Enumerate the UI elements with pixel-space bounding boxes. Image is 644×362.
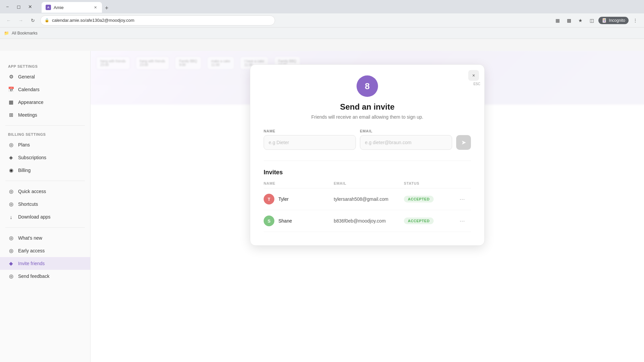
billing-icon: ◉ bbox=[8, 167, 14, 173]
sidebar-item-early-access[interactable]: ◎ Early access bbox=[0, 244, 90, 257]
address-bar[interactable]: 🔒 calendar.amie.so/afe130a2@moodjoy.com bbox=[40, 15, 275, 25]
bookmark-icon[interactable]: ★ bbox=[576, 16, 585, 25]
sidebar-item-invite-friends-label: Invite friends bbox=[18, 261, 45, 266]
actions-cell-shane: ⋯ bbox=[458, 216, 471, 226]
shortcuts-icon: ◎ bbox=[8, 201, 14, 207]
user-name-shane: Shane bbox=[278, 218, 292, 224]
sidebar-item-billing-label: Billing bbox=[18, 168, 31, 173]
sidebar-item-download-apps[interactable]: ↓ Download apps bbox=[0, 210, 90, 223]
sidebar-item-appearance[interactable]: ▦ Appearance bbox=[0, 96, 90, 109]
tab-favicon: A bbox=[46, 5, 51, 10]
status-cell-tyler: ACCEPTED bbox=[404, 196, 458, 202]
nav-bar: ← → ↻ 🔒 calendar.amie.so/afe130a2@moodjo… bbox=[0, 13, 644, 27]
sidebar-item-plans[interactable]: ◎ Plans bbox=[0, 138, 90, 151]
reload-button[interactable]: ↻ bbox=[28, 16, 38, 25]
bookmarks-bar: 📁 All Bookmarks bbox=[0, 27, 644, 39]
quick-access-icon: ◎ bbox=[8, 188, 14, 194]
sidebar-item-calendars-label: Calendars bbox=[18, 87, 40, 92]
invites-title: Invites bbox=[264, 169, 471, 176]
sidebar-item-whats-new-label: What's new bbox=[18, 235, 42, 241]
browser-tab-amie[interactable]: A Amie ✕ bbox=[42, 2, 102, 13]
tab-bar: A Amie ✕ + bbox=[39, 1, 114, 13]
screenshot-icon[interactable]: ▦ bbox=[553, 16, 562, 25]
download-apps-icon: ↓ bbox=[8, 214, 14, 220]
table-row: T Tyler tylersarah508@gmail.com ACCEPTED… bbox=[264, 188, 471, 210]
send-invite-button[interactable]: ➤ bbox=[456, 135, 471, 150]
sidebar-item-billing[interactable]: ◉ Billing bbox=[0, 164, 90, 177]
email-form-group: EMAIL bbox=[360, 129, 452, 150]
sidebar-item-quick-access[interactable]: ◎ Quick access bbox=[0, 185, 90, 198]
sidebar-item-calendars[interactable]: 📅 Calendars bbox=[0, 83, 90, 96]
subscriptions-icon: ◈ bbox=[8, 155, 14, 161]
sidebar-divider-2 bbox=[5, 181, 85, 181]
sidebar: App Settings ⚙ General 📅 Calendars ▦ App… bbox=[0, 51, 91, 362]
restore-button[interactable]: ◻ bbox=[14, 2, 23, 11]
sidebar-toggle-icon[interactable]: ◫ bbox=[587, 16, 596, 25]
email-input[interactable] bbox=[360, 135, 452, 150]
calendars-icon: 📅 bbox=[8, 86, 14, 93]
tab-close-button[interactable]: ✕ bbox=[93, 5, 98, 10]
minimize-button[interactable]: − bbox=[3, 2, 12, 11]
browser-menu-button[interactable]: ⋮ bbox=[631, 16, 640, 25]
sidebar-item-meetings[interactable]: ⊞ Meetings bbox=[0, 109, 90, 121]
incognito-badge: 🃏 Incognito bbox=[598, 17, 629, 24]
meetings-icon: ⊞ bbox=[8, 112, 14, 118]
incognito-icon: 🃏 bbox=[602, 18, 607, 23]
sidebar-divider-1 bbox=[5, 125, 85, 126]
status-badge-shane: ACCEPTED bbox=[404, 218, 434, 224]
invite-badge-number: 8 bbox=[365, 81, 370, 92]
bookmarks-folder-icon: 📁 bbox=[4, 31, 9, 36]
sidebar-divider-3 bbox=[5, 227, 85, 228]
sidebar-item-subscriptions[interactable]: ◈ Subscriptions bbox=[0, 151, 90, 164]
new-tab-button[interactable]: + bbox=[102, 3, 111, 13]
user-email-tyler: tylersarah508@gmail.com bbox=[334, 196, 404, 202]
email-label: EMAIL bbox=[360, 129, 452, 133]
window-controls: − ◻ ✕ bbox=[3, 2, 35, 11]
browser-chrome: − ◻ ✕ A Amie ✕ + ← → ↻ 🔒 calendar.amie.s… bbox=[0, 0, 644, 39]
header-status: STATUS bbox=[404, 181, 458, 185]
main-content: hang with friends23:00 hang with friends… bbox=[91, 51, 644, 362]
invite-subtitle: Friends will receive an email allowing t… bbox=[264, 114, 471, 120]
user-email-shane: b836f0eb@moodjoy.com bbox=[334, 218, 404, 224]
sidebar-item-download-apps-label: Download apps bbox=[18, 214, 51, 220]
app-settings-label: App Settings bbox=[0, 62, 90, 70]
modal-overlay: × ESC 8 Send an invite Friends will rece… bbox=[91, 51, 644, 362]
camera-off-icon[interactable]: ▩ bbox=[564, 16, 574, 25]
invites-section: Invites NAME EMAIL STATUS T Tyler tyler bbox=[264, 161, 471, 232]
sidebar-item-early-access-label: Early access bbox=[18, 248, 45, 253]
invite-card: × ESC 8 Send an invite Friends will rece… bbox=[250, 64, 485, 246]
address-text: calendar.amie.so/afe130a2@moodjoy.com bbox=[52, 18, 135, 23]
tab-title: Amie bbox=[54, 5, 64, 10]
sidebar-item-meetings-label: Meetings bbox=[18, 112, 37, 118]
user-cell-tyler: T Tyler bbox=[264, 194, 334, 204]
back-button[interactable]: ← bbox=[4, 16, 13, 25]
nav-actions: ▦ ▩ ★ ◫ 🃏 Incognito ⋮ bbox=[553, 16, 640, 25]
user-cell-shane: S Shane bbox=[264, 216, 334, 226]
close-window-button[interactable]: ✕ bbox=[25, 2, 35, 11]
address-lock-icon: 🔒 bbox=[45, 18, 49, 22]
early-access-icon: ◎ bbox=[8, 248, 14, 254]
user-name-tyler: Tyler bbox=[278, 196, 288, 202]
bookmarks-label: All Bookmarks bbox=[12, 31, 38, 36]
sidebar-item-invite-friends[interactable]: ◆ Invite friends bbox=[0, 257, 90, 270]
more-button-tyler[interactable]: ⋯ bbox=[458, 194, 467, 204]
esc-label: ESC bbox=[473, 82, 480, 86]
sidebar-item-whats-new[interactable]: ◎ What's new bbox=[0, 232, 90, 244]
sidebar-item-send-feedback[interactable]: ◎ Send feedback bbox=[0, 270, 90, 283]
sidebar-item-subscriptions-label: Subscriptions bbox=[18, 155, 46, 160]
browser-titlebar: − ◻ ✕ A Amie ✕ + bbox=[0, 0, 644, 13]
forward-button[interactable]: → bbox=[16, 16, 25, 25]
plans-icon: ◎ bbox=[8, 142, 14, 148]
invite-title: Send an invite bbox=[264, 102, 471, 112]
table-row: S Shane b836f0eb@moodjoy.com ACCEPTED ⋯ bbox=[264, 210, 471, 232]
name-input[interactable] bbox=[264, 135, 356, 150]
more-button-shane[interactable]: ⋯ bbox=[458, 216, 467, 226]
sidebar-item-shortcuts[interactable]: ◎ Shortcuts bbox=[0, 198, 90, 210]
invite-friends-icon: ◆ bbox=[8, 260, 14, 266]
sidebar-item-general[interactable]: ⚙ General bbox=[0, 70, 90, 83]
modal-close-button[interactable]: × bbox=[468, 70, 479, 81]
sidebar-item-shortcuts-label: Shortcuts bbox=[18, 201, 38, 207]
name-form-group: NAME bbox=[264, 129, 356, 150]
sidebar-item-quick-access-label: Quick access bbox=[18, 189, 46, 194]
invite-number-badge: 8 bbox=[357, 75, 378, 97]
